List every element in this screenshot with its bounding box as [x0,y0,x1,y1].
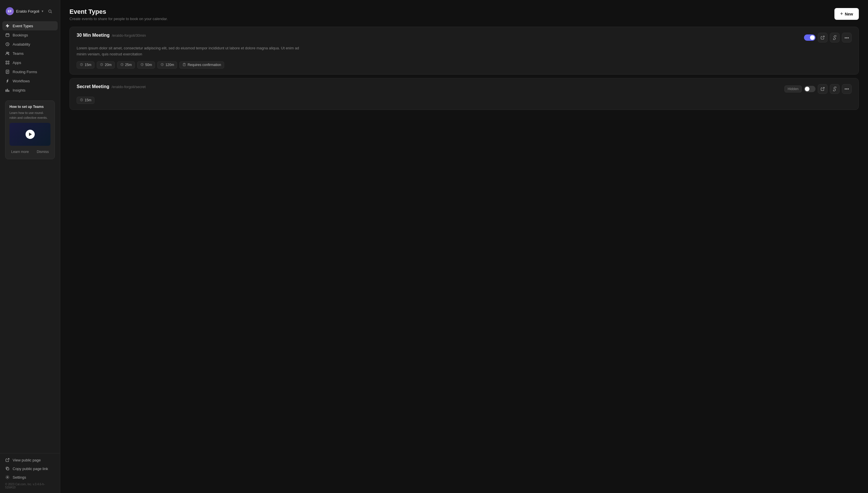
tip-description: Learn how to use round-robin and collect… [9,110,50,120]
duration-tag-15m: 15m [77,61,94,69]
learn-more-button[interactable]: Learn more [9,149,30,155]
sidebar-item-teams[interactable]: Teams [2,49,58,58]
external-link-icon [820,87,825,91]
new-event-button[interactable]: + New [834,8,859,20]
ellipsis-icon: ••• [845,86,849,91]
clock-icon [5,42,10,46]
event-title-row: 30 Min Meeting /eraldo-forgoli/30min [77,33,146,38]
page-subtitle: Create events to share for people to boo… [69,17,168,21]
clock-small-icon [100,63,103,67]
duration-tag-15m-secret: 15m [77,97,94,104]
svg-point-24 [7,477,8,478]
sidebar-top: EF Eraldo Forgoli ▾ [0,0,60,20]
bolt-icon [5,79,10,83]
sidebar-item-apps[interactable]: Apps [2,58,58,67]
duration-tag-25m: 25m [117,61,135,69]
svg-point-8 [8,52,9,53]
sidebar-item-bookings[interactable]: Bookings [2,30,58,40]
event-card-header: 30 Min Meeting /eraldo-forgoli/30min [77,33,852,42]
sidebar-item-label: Insights [13,88,25,92]
document-icon [5,69,10,74]
chevron-down-icon: ▾ [42,9,43,13]
view-public-page-link[interactable]: View public page [2,456,58,464]
settings-label: Settings [13,475,26,479]
dismiss-button[interactable]: Dismiss [35,149,50,155]
clock-small-icon [80,63,83,67]
user-menu[interactable]: EF Eraldo Forgoli ▾ [3,5,57,18]
copy-link-button-secret[interactable] [830,84,840,94]
sidebar-item-routing-forms[interactable]: Routing Forms [2,67,58,76]
svg-rect-20 [7,89,8,92]
calendar-icon [5,33,10,37]
svg-rect-9 [6,61,7,62]
sidebar: EF Eraldo Forgoli ▾ Event Types [0,0,60,493]
event-title-row-secret: Secret Meeting /eraldo-forgoli/secret [77,84,146,89]
users-icon [5,51,10,56]
event-actions-secret: Hidden ••• [784,84,852,94]
more-options-button-30min[interactable]: ••• [842,33,852,42]
svg-rect-12 [8,63,9,64]
duration-tag-50m: 50m [137,61,155,69]
copy-link-button-30min[interactable] [830,33,840,42]
svg-rect-10 [8,61,9,62]
ellipsis-icon: ••• [845,35,849,40]
sidebar-item-label: Availability [13,42,30,46]
open-external-button-30min[interactable] [818,33,827,42]
svg-rect-31 [183,63,186,66]
open-external-button-secret[interactable] [818,84,827,94]
svg-rect-18 [6,90,6,91]
view-public-page-label: View public page [13,458,41,462]
svg-rect-2 [6,34,9,37]
main-nav: Event Types Bookings Availab [0,20,60,453]
play-button[interactable] [25,130,35,139]
clock-small-icon [120,63,124,67]
event-toggle-30min[interactable] [804,35,816,41]
copy-public-page-link-label: Copy public page link [13,467,48,471]
settings-link[interactable]: Settings [2,473,58,481]
event-slug-secret: /eraldo-forgoli/secret [112,85,146,89]
hidden-badge: Hidden [784,86,802,92]
svg-rect-22 [8,90,9,92]
copyright-text: © 2023 Cal.com, Inc. v.3.4.6-h-51fd410 [2,481,58,490]
event-toggle-secret[interactable] [804,86,816,92]
new-button-label: New [845,12,853,16]
sidebar-item-label: Apps [13,61,21,65]
external-link-icon [5,458,10,462]
more-options-button-secret[interactable]: ••• [842,84,852,94]
plus-icon: + [840,11,843,17]
header-text: Event Types Create events to share for p… [69,8,168,21]
event-title-secret: Secret Meeting [77,84,109,89]
event-card-30min: 30 Min Meeting /eraldo-forgoli/30min [69,27,859,74]
sidebar-item-label: Teams [13,51,23,56]
clock-small-icon [80,98,83,103]
event-slug: /eraldo-forgoli/30min [112,33,146,38]
lightning-icon [5,23,10,28]
sidebar-item-label: Routing Forms [13,70,37,74]
page-title: Event Types [69,8,168,16]
user-info: EF Eraldo Forgoli ▾ [6,7,43,15]
svg-line-1 [51,12,52,13]
grid-icon [5,60,10,65]
sidebar-item-label: Workflows [13,79,30,83]
user-name: Eraldo Forgoli [16,9,39,14]
event-card-header-secret: Secret Meeting /eraldo-forgoli/secret Hi… [77,84,852,94]
sidebar-item-event-types[interactable]: Event Types [2,21,58,30]
search-icon [48,9,52,14]
gear-icon [5,475,10,479]
chart-icon [5,88,10,92]
copy-public-page-link-btn[interactable]: Copy public page link [2,464,58,473]
duration-tag-20m: 20m [97,61,114,69]
sidebar-item-insights[interactable]: Insights [2,86,58,95]
event-title: 30 Min Meeting [77,33,110,38]
search-button[interactable] [46,7,54,16]
sidebar-item-label: Bookings [13,33,28,37]
tip-video-thumbnail[interactable] [9,123,50,146]
events-list: 30 Min Meeting /eraldo-forgoli/30min [60,27,868,123]
sidebar-item-workflows[interactable]: Workflows [2,76,58,86]
main-header: Event Types Create events to share for p… [60,0,868,27]
event-description: Lorem ipsum dolor sit amet, consectetur … [77,45,306,57]
sidebar-item-availability[interactable]: Availability [2,40,58,49]
tip-card: How to set up Teams Learn how to use rou… [5,101,55,159]
event-info: 30 Min Meeting /eraldo-forgoli/30min [77,33,146,38]
sidebar-bottom: View public page Copy public page link S… [0,453,60,493]
